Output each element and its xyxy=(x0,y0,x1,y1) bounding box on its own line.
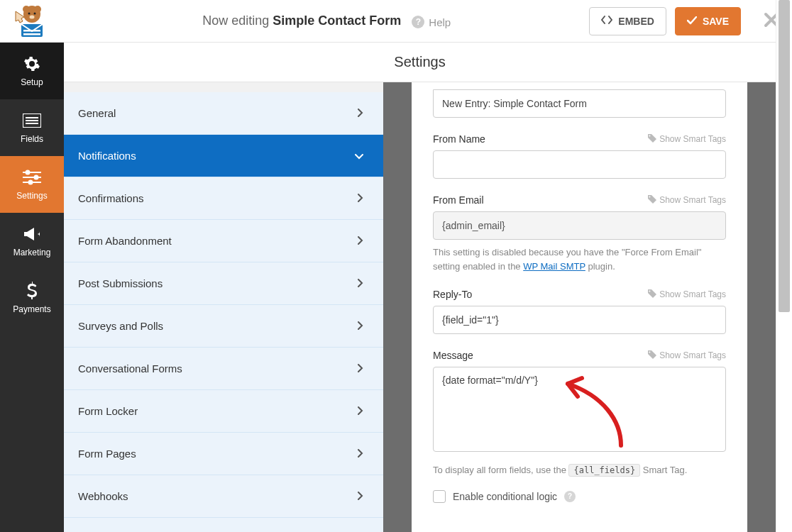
chevron-right-icon xyxy=(358,277,363,289)
tag-icon xyxy=(648,289,656,300)
save-button[interactable]: SAVE xyxy=(675,7,741,35)
sliders-icon xyxy=(23,168,41,187)
smart-tags-toggle[interactable]: Show Smart Tags xyxy=(648,350,726,361)
panel-title: Settings xyxy=(64,43,776,82)
help-link[interactable]: ? Help xyxy=(412,16,451,28)
gear-icon xyxy=(23,55,41,73)
submenu-form-abandonment[interactable]: Form Abandonment xyxy=(64,220,383,262)
page-scrollbar[interactable] xyxy=(776,0,792,532)
code-icon xyxy=(601,15,612,27)
svg-point-5 xyxy=(30,15,35,18)
svg-point-21 xyxy=(649,290,651,292)
nav-setup[interactable]: Setup xyxy=(0,43,64,99)
field-from-name: From Name Show Smart Tags xyxy=(433,133,726,179)
topbar: Now editing Simple Contact Form ? Help E… xyxy=(0,0,792,43)
field-reply-to: Reply-To Show Smart Tags xyxy=(433,289,726,334)
reply-to-label: Reply-To xyxy=(433,289,472,300)
conditional-logic-row: Enable conditional logic ? xyxy=(433,490,726,503)
submenu-notifications[interactable]: Notifications xyxy=(64,135,383,177)
nav-settings[interactable]: Settings xyxy=(0,156,64,213)
submenu-webhooks[interactable]: Webhooks xyxy=(64,475,383,518)
chevron-right-icon xyxy=(358,235,363,247)
field-message: Message Show Smart Tags To display all f… xyxy=(433,350,726,503)
bullhorn-icon xyxy=(23,225,41,243)
content-scroll-area[interactable]: From Name Show Smart Tags From Email Sho… xyxy=(383,82,776,532)
submenu-surveys-polls[interactable]: Surveys and Polls xyxy=(64,305,383,348)
svg-point-3 xyxy=(28,12,31,14)
left-nav: Setup Fields Settings Marketing Payments xyxy=(0,43,64,532)
conditional-logic-checkbox[interactable] xyxy=(433,490,446,503)
svg-rect-7 xyxy=(23,30,40,32)
conditional-logic-label: Enable conditional logic xyxy=(453,491,557,502)
svg-rect-8 xyxy=(23,33,40,35)
svg-point-14 xyxy=(26,171,30,174)
chevron-down-icon xyxy=(355,150,363,162)
from-name-label: From Name xyxy=(433,133,485,145)
help-icon[interactable]: ? xyxy=(564,491,576,502)
editing-prefix: Now editing xyxy=(202,13,269,28)
all-fields-tag: {all_fields} xyxy=(568,464,640,477)
chevron-right-icon xyxy=(358,192,363,204)
message-helper: To display all form fields, use the {all… xyxy=(433,463,726,477)
wp-mail-smtp-link[interactable]: WP Mail SMTP xyxy=(523,261,585,272)
svg-point-18 xyxy=(29,181,33,184)
svg-rect-10 xyxy=(26,117,38,118)
svg-rect-12 xyxy=(26,123,38,124)
nav-marketing[interactable]: Marketing xyxy=(0,213,64,270)
help-icon: ? xyxy=(412,16,424,28)
chevron-right-icon xyxy=(358,405,363,417)
tag-icon xyxy=(648,134,656,145)
settings-submenu: General Notifications Confirmations Form… xyxy=(64,92,383,532)
notification-settings-panel: From Name Show Smart Tags From Email Sho… xyxy=(412,82,747,532)
svg-point-19 xyxy=(649,135,651,136)
app-logo xyxy=(0,0,64,43)
svg-point-4 xyxy=(34,12,36,14)
submenu-conversational-forms[interactable]: Conversational Forms xyxy=(64,348,383,390)
dollar-icon xyxy=(23,282,41,300)
form-name: Simple Contact Form xyxy=(273,13,401,28)
submenu-form-pages[interactable]: Form Pages xyxy=(64,433,383,475)
svg-point-2 xyxy=(34,6,41,13)
chevron-right-icon xyxy=(358,362,363,375)
submenu-post-submissions[interactable]: Post Submissions xyxy=(64,262,383,305)
subject-input[interactable] xyxy=(433,89,726,118)
tag-icon xyxy=(648,195,656,206)
from-name-input[interactable] xyxy=(433,150,726,179)
nav-fields[interactable]: Fields xyxy=(0,99,64,156)
submenu-form-locker[interactable]: Form Locker xyxy=(64,390,383,433)
nav-payments[interactable]: Payments xyxy=(0,270,64,326)
from-email-label: From Email xyxy=(433,194,484,206)
svg-point-1 xyxy=(23,6,30,13)
svg-point-16 xyxy=(35,176,38,179)
field-subject xyxy=(433,89,726,118)
submenu-confirmations[interactable]: Confirmations xyxy=(64,177,383,220)
embed-button[interactable]: EMBED xyxy=(589,7,666,35)
submenu-general[interactable]: General xyxy=(64,92,383,135)
list-icon xyxy=(23,111,41,130)
tag-icon xyxy=(648,350,656,361)
chevron-right-icon xyxy=(358,490,363,502)
from-email-input xyxy=(433,211,726,240)
reply-to-input[interactable] xyxy=(433,306,726,334)
svg-rect-11 xyxy=(26,120,38,121)
check-icon xyxy=(687,16,697,27)
from-email-note: This setting is disabled because you hav… xyxy=(433,245,726,273)
svg-point-20 xyxy=(649,196,651,197)
chevron-right-icon xyxy=(358,107,363,119)
message-textarea[interactable] xyxy=(433,367,726,452)
field-from-email: From Email Show Smart Tags This setting … xyxy=(433,194,726,273)
chevron-right-icon xyxy=(358,448,363,460)
svg-point-22 xyxy=(649,351,651,353)
message-label: Message xyxy=(433,350,473,361)
page-title: Now editing Simple Contact Form ? Help xyxy=(64,13,589,28)
smart-tags-toggle[interactable]: Show Smart Tags xyxy=(648,195,726,206)
smart-tags-toggle[interactable]: Show Smart Tags xyxy=(648,289,726,300)
smart-tags-toggle[interactable]: Show Smart Tags xyxy=(648,134,726,145)
chevron-right-icon xyxy=(358,320,363,332)
